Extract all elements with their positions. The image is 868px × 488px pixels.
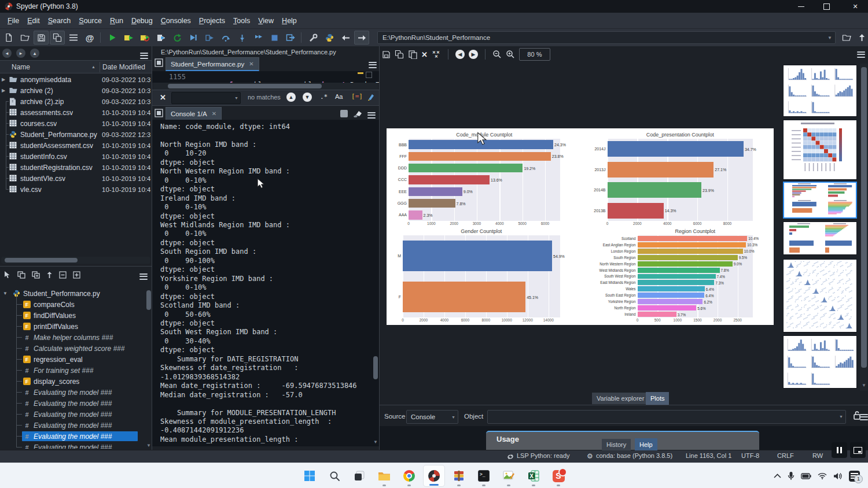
outline-item[interactable]: #Evaluating the model ### xyxy=(0,387,145,398)
collapse-all-icon[interactable] xyxy=(59,271,67,279)
tab-plots[interactable]: Plots xyxy=(646,392,669,405)
taskbar-search-button[interactable] xyxy=(323,465,345,487)
taskbar-excel-button[interactable]: X xyxy=(523,465,545,487)
file-row[interactable]: archive (2).zip09-03-2022 10:3 xyxy=(0,96,152,107)
highlight-matches-icon[interactable] xyxy=(367,93,376,101)
debug-file-button[interactable] xyxy=(186,31,201,45)
recorder-screenshot-button[interactable] xyxy=(850,442,866,458)
taskbar-winrar-button[interactable] xyxy=(448,465,470,487)
editor-horizontal-scrollbar[interactable] xyxy=(153,83,378,90)
battery-icon[interactable] xyxy=(801,473,811,479)
regex-icon[interactable]: .* xyxy=(320,93,328,101)
run-selection-button[interactable] xyxy=(153,31,168,45)
find-previous-icon[interactable]: ▲ xyxy=(286,93,296,102)
menu-search[interactable]: Search xyxy=(44,14,75,27)
taskbar-task-view-button[interactable] xyxy=(348,465,370,487)
expand-arrow-icon[interactable]: ▼ xyxy=(3,291,8,296)
exit-debug-button[interactable] xyxy=(283,31,298,45)
open-file-button[interactable] xyxy=(17,31,32,45)
taskbar-file-explorer-button[interactable] xyxy=(373,465,395,487)
scroll-down-arrow-icon[interactable]: ▼ xyxy=(373,439,378,445)
file-row[interactable]: assessments.csv10-10-2019 10:4 xyxy=(0,107,152,118)
outline-item[interactable]: Fregression_eval xyxy=(0,354,145,365)
tray-chevron-up-icon[interactable] xyxy=(774,474,781,478)
whole-words-icon[interactable]: [=] xyxy=(351,93,363,100)
previous-plot-icon[interactable]: ◀ xyxy=(455,50,465,59)
forward-button[interactable] xyxy=(354,31,369,45)
files-forward-button[interactable]: ▸ xyxy=(16,49,25,58)
menu-view[interactable]: View xyxy=(254,14,278,27)
help-options-menu-icon[interactable] xyxy=(860,412,868,422)
console-scrollbar[interactable] xyxy=(373,356,378,379)
run-cell-advance-button[interactable] xyxy=(137,31,152,45)
working-directory-combo[interactable]: E:\PythonRun\Student_Performance ▼ xyxy=(377,31,836,44)
rerun-button[interactable] xyxy=(170,31,185,45)
menu-tools[interactable]: Tools xyxy=(229,14,254,27)
thumbnails-scrollbar[interactable] xyxy=(860,64,867,391)
stop-debug-button[interactable] xyxy=(267,31,282,45)
save-all-plots-icon[interactable] xyxy=(395,50,404,59)
expand-arrow-icon[interactable]: ▶ xyxy=(2,88,5,93)
file-switcher-button[interactable] xyxy=(66,31,81,45)
files-horizontal-scrollbar[interactable] xyxy=(1,257,150,264)
go-to-parent-icon[interactable] xyxy=(46,271,53,279)
file-row[interactable]: studentInfo.csv10-10-2019 10:4 xyxy=(0,151,152,162)
outline-item[interactable]: #Evaluating the model ### xyxy=(0,420,145,431)
taskbar-spyder-button[interactable] xyxy=(423,465,445,487)
case-sensitive-icon[interactable]: Aa xyxy=(335,93,343,100)
console-options-menu-icon[interactable] xyxy=(367,110,376,120)
tab-history[interactable]: History xyxy=(602,439,631,450)
notification-center-icon[interactable]: 1 xyxy=(849,471,860,482)
file-row[interactable]: courses.csv10-10-2019 10:4 xyxy=(0,118,152,129)
python-env-button[interactable] xyxy=(322,31,337,45)
editor-options-menu-icon[interactable] xyxy=(369,60,377,69)
close-button[interactable]: ✕ xyxy=(843,0,868,13)
menu-consoles[interactable]: Consoles xyxy=(157,14,195,27)
browse-directory-button[interactable] xyxy=(839,31,854,45)
save-all-button[interactable] xyxy=(50,31,65,45)
save-plot-icon[interactable] xyxy=(382,50,391,59)
help-source-combo[interactable]: Console ▼ xyxy=(406,410,458,424)
step-into-button[interactable] xyxy=(234,31,249,45)
menu-file[interactable]: File xyxy=(3,14,23,27)
plots-options-menu-icon[interactable] xyxy=(857,50,865,59)
editor-code-area[interactable]: 1155 from sklearn.ensemble import Random… xyxy=(152,71,379,83)
microphone-icon[interactable] xyxy=(788,471,795,480)
preferences-button[interactable] xyxy=(306,31,321,45)
interrupt-kernel-icon[interactable] xyxy=(340,110,348,117)
maximize-button[interactable] xyxy=(814,0,839,13)
outline-item[interactable]: #Make helper columns ### xyxy=(0,332,145,343)
wifi-icon[interactable] xyxy=(818,472,827,479)
run-button[interactable] xyxy=(105,31,120,45)
step-over-button[interactable] xyxy=(218,31,233,45)
minimize-button[interactable] xyxy=(788,0,814,13)
console-tab[interactable]: Console 1/A✕ xyxy=(165,107,222,121)
file-row[interactable]: ▶anonymiseddata09-03-2022 10:3 xyxy=(0,74,152,85)
chevron-down-icon[interactable]: ▼ xyxy=(234,96,238,100)
zoom-out-icon[interactable] xyxy=(492,50,502,59)
back-button[interactable] xyxy=(338,31,353,45)
follow-cursor-icon[interactable] xyxy=(3,271,11,279)
copy-icon[interactable] xyxy=(17,271,25,279)
outline-item[interactable]: #Evaluating the model ### xyxy=(0,409,145,420)
outline-item[interactable]: #Evaluating the model ### xyxy=(0,442,145,449)
outline-item[interactable]: #For training set ### xyxy=(0,365,145,376)
menu-run[interactable]: Run xyxy=(106,14,127,27)
outline-item[interactable]: Fdisplay_scores xyxy=(0,376,145,387)
parent-directory-button[interactable] xyxy=(854,31,868,45)
next-plot-icon[interactable]: ▶ xyxy=(469,50,478,59)
outline-item[interactable]: FcompareCols xyxy=(0,299,145,310)
symbol-finder-button[interactable]: @ xyxy=(82,31,97,45)
tab-help[interactable]: Help xyxy=(635,438,657,450)
scroll-down-arrow-icon[interactable]: ▼ xyxy=(862,383,866,388)
taskbar-start-button[interactable] xyxy=(299,465,321,487)
menu-edit[interactable]: Edit xyxy=(23,14,44,27)
tab-variable-explorer[interactable]: Variable explorer xyxy=(592,393,649,404)
help-object-combo[interactable]: ▼ xyxy=(487,410,846,424)
outline-item[interactable]: FprintDiffValues xyxy=(0,321,145,332)
file-row[interactable]: ▶archive (2)09-03-2022 10:3 xyxy=(0,85,152,96)
outline-item[interactable]: FfindDiffValues xyxy=(0,310,145,321)
files-options-menu-icon[interactable] xyxy=(140,51,148,60)
taskbar-image-editor-button[interactable] xyxy=(498,465,520,487)
file-row[interactable]: studentAssessment.csv10-10-2019 10:4 xyxy=(0,140,152,151)
